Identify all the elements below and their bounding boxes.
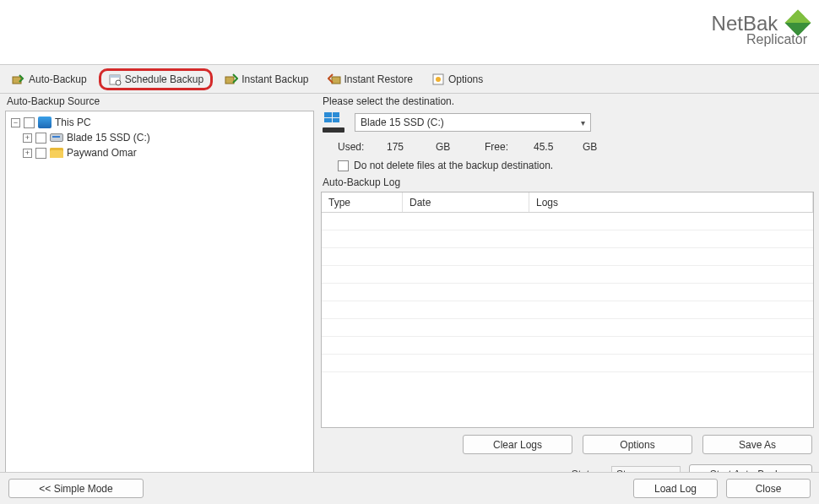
used-unit: GB <box>436 141 469 153</box>
close-button[interactable]: Close <box>726 479 811 498</box>
log-panel-title: Auto-Backup Log <box>321 176 814 192</box>
do-not-delete-checkbox[interactable] <box>338 160 349 171</box>
instant-backup-icon <box>225 73 238 86</box>
tree-row-folder[interactable]: + Paywand Omar <box>11 145 308 160</box>
col-header-logs[interactable]: Logs <box>529 192 813 212</box>
options-icon <box>431 73 445 86</box>
tab-instant-restore[interactable]: Instant Restore <box>321 70 420 89</box>
svg-rect-4 <box>225 77 234 84</box>
auto-backup-icon <box>12 73 25 86</box>
tree-label: Blade 15 SSD (C:) <box>67 132 150 144</box>
main-toolbar: Auto-Backup Schedule Backup Instant Back… <box>0 65 819 94</box>
chevron-down-icon: ▾ <box>581 118 590 127</box>
folder-icon <box>50 148 63 158</box>
tab-label: Auto-Backup <box>29 73 87 85</box>
used-label: Used: <box>338 141 372 153</box>
destination-select[interactable]: Blade 15 SSD (C:) ▾ <box>355 113 591 132</box>
simple-mode-button[interactable]: << Simple Mode <box>8 479 144 498</box>
svg-rect-2 <box>110 75 120 78</box>
free-unit: GB <box>583 141 616 153</box>
tab-instant-backup[interactable]: Instant Backup <box>218 70 315 89</box>
tab-options[interactable]: Options <box>425 70 490 89</box>
tab-auto-backup[interactable]: Auto-Backup <box>5 70 94 89</box>
pc-icon <box>38 117 52 128</box>
svg-rect-5 <box>332 77 340 84</box>
free-value: 45.5 <box>534 141 567 153</box>
tree-row-drive[interactable]: + Blade 15 SSD (C:) <box>11 130 308 145</box>
drive-icon <box>50 133 63 142</box>
used-value: 175 <box>387 141 420 153</box>
col-header-type[interactable]: Type <box>322 192 403 212</box>
destination-label: Please select the destination. <box>321 94 814 112</box>
expander-icon[interactable]: + <box>23 149 32 158</box>
expander-icon[interactable]: + <box>23 133 32 143</box>
tree-checkbox[interactable] <box>24 117 35 128</box>
app-logo: NetBak Replicator <box>712 12 807 47</box>
log-options-button[interactable]: Options <box>583 435 692 454</box>
tab-label: Schedule Backup <box>125 73 203 85</box>
logo-text-1: Net <box>712 12 743 35</box>
tab-label: Options <box>448 73 483 85</box>
source-panel-title: Auto-Backup Source <box>5 94 314 111</box>
tab-label: Instant Backup <box>241 73 308 85</box>
do-not-delete-label: Do not delete files at the backup destin… <box>354 160 553 171</box>
svg-point-3 <box>116 80 121 85</box>
logo-text-2: Bak <box>743 12 778 35</box>
col-header-date[interactable]: Date <box>403 192 529 212</box>
tree-label: This PC <box>55 117 91 128</box>
source-tree[interactable]: − This PC + Blade 15 SSD (C:) + Paywand … <box>5 111 314 484</box>
tree-row-this-pc[interactable]: − This PC <box>11 115 308 130</box>
tree-checkbox[interactable] <box>35 148 46 159</box>
log-body-empty <box>322 213 813 427</box>
log-table: Type Date Logs <box>321 192 814 428</box>
destination-selected-value: Blade 15 SSD (C:) <box>361 117 444 128</box>
instant-restore-icon <box>328 73 341 86</box>
header-area: NetBak Replicator <box>0 0 819 65</box>
disk-usage-row: Used: 175 GB Free: 45.5 GB <box>321 133 814 160</box>
tree-label: Paywand Omar <box>67 147 137 159</box>
load-log-button[interactable]: Load Log <box>633 479 718 498</box>
tree-checkbox[interactable] <box>35 133 46 144</box>
tab-label: Instant Restore <box>344 73 413 85</box>
save-as-button[interactable]: Save As <box>702 435 812 454</box>
svg-point-7 <box>436 77 441 82</box>
tab-schedule-backup[interactable]: Schedule Backup <box>99 68 213 90</box>
bottom-bar: << Simple Mode Load Log Close <box>0 472 819 504</box>
free-label: Free: <box>485 141 518 153</box>
schedule-backup-icon <box>108 73 122 86</box>
destination-drive-icon <box>323 112 348 133</box>
clear-logs-button[interactable]: Clear Logs <box>463 435 572 454</box>
svg-rect-0 <box>13 77 21 84</box>
expander-icon[interactable]: − <box>11 118 20 127</box>
